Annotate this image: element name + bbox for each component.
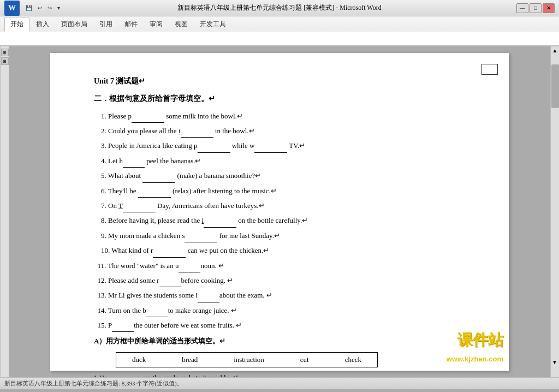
list-item: 4. Let h peel the bananas.↵ (94, 155, 465, 168)
list-item: 1.He up the apple and ate it quickly. ↵ (94, 371, 465, 377)
title-bar: W 💾 ↩ ↪ ▾ 新目标英语八年级上册第七单元综合练习题 [兼容模式] - M… (0, 0, 559, 16)
blank-8 (204, 214, 236, 227)
word-box: duck bread instruction cut check (116, 352, 378, 367)
list-item: 1. Please p some milk into the bowl.↵ (94, 110, 465, 123)
ribbon-tabs: 开始 插入 页面布局 引用 邮件 审阅 视图 开发工具 (0, 16, 559, 32)
tab-developer[interactable]: 开发工具 (194, 17, 231, 31)
list-item: 12. Please add some r before cooking. ↵ (94, 274, 465, 287)
list-item: 14. Turn on the b to make orange juice. … (94, 304, 465, 317)
redo-qa-btn[interactable]: ↪ (46, 4, 53, 11)
word-box-item-bread: bread (182, 354, 198, 366)
restore-button[interactable]: □ (530, 3, 542, 13)
side-icon-2[interactable]: ⊞ (1, 57, 9, 65)
tab-layout[interactable]: 页面布局 (56, 17, 93, 31)
list-item: 11. The word "water" is an u noun. ↵ (94, 259, 465, 272)
save-qa-btn[interactable]: 💾 (24, 4, 34, 11)
blank-5 (142, 169, 175, 182)
dropdown-qa-btn[interactable]: ▾ (56, 4, 62, 11)
toolbar-area: 开始 插入 页面布局 引用 邮件 审阅 视图 开发工具 (0, 16, 559, 46)
section1-title: 二．根据句意及所给首字母填空。↵ (94, 92, 465, 105)
tab-insert[interactable]: 插入 (31, 17, 55, 31)
blank-12 (159, 274, 181, 287)
document-area: ⊞ ⊞ Unit 7 测试题↵ 二．根据句意及所给首字母填空。↵ 1. Plea… (0, 46, 559, 377)
list-item: 5. What about (make) a banana smoothie?↵ (94, 169, 465, 182)
tab-references[interactable]: 引用 (94, 17, 118, 31)
list-item: 15. P the outer before we eat some fruit… (94, 319, 465, 332)
title-bar-controls: — □ ✕ (516, 3, 555, 13)
list-item: 6. They'll be (relax) after listening to… (94, 185, 465, 198)
blank-3a (198, 139, 230, 152)
doc-title: Unit 7 测试题↵ (94, 75, 465, 88)
status-bar: 新目标英语八年级上册第七单元综合练习题: 8,393 个字符(近似值)。 (0, 377, 559, 389)
word-box-item-duck: duck (132, 354, 146, 366)
blank-4 (123, 155, 145, 168)
undo-qa-btn[interactable]: ↩ (36, 4, 44, 11)
watermark: 课件站 www.kjzhan.com (447, 327, 503, 365)
list-item: 2. Could you please all the i in the bow… (94, 124, 465, 138)
scrollbar-thumb[interactable] (551, 64, 559, 108)
list-item: 8. Before having it, please read the i o… (94, 214, 465, 227)
watermark-text: 课件站 (457, 327, 503, 353)
list-item: 7. On T Day, Americans often have turkey… (94, 199, 465, 212)
list-item: 9. My mom made a chicken s for me last S… (94, 229, 465, 242)
blank-9 (185, 229, 217, 242)
tab-view[interactable]: 视图 (169, 17, 193, 31)
scroll-down-btn[interactable]: ▼ (550, 359, 559, 365)
section-a-title: A）用方框中所给单词的适当形式填空。↵ (94, 335, 465, 347)
blank-2 (181, 124, 213, 138)
word-logo: W (4, 1, 20, 16)
document-scroll-area: Unit 7 测试题↵ 二．根据句意及所给首字母填空。↵ 1. Please p… (9, 46, 550, 377)
tab-home[interactable]: 开始 (4, 17, 29, 32)
ribbon-content (0, 32, 559, 46)
side-icon-1[interactable]: ⊞ (1, 49, 9, 56)
tab-mailings[interactable]: 邮件 (119, 17, 143, 31)
word-box-item-cut: cut (300, 354, 309, 366)
blank-13 (198, 289, 219, 302)
word-box-item-instruction: instruction (234, 354, 264, 366)
blank-6 (138, 185, 171, 198)
sidebar-icons: ⊞ ⊞ (0, 46, 9, 377)
scroll-up-btn[interactable]: ▲ (551, 46, 559, 54)
list-item: 3. People in America like eating p while… (94, 139, 465, 152)
blank-11 (179, 259, 200, 272)
blank-1 (132, 110, 164, 123)
blank-10 (153, 244, 186, 257)
title-bar-left: W 💾 ↩ ↪ ▾ (4, 1, 62, 16)
minimize-button[interactable]: — (516, 3, 528, 13)
word-box-item-check: check (345, 354, 361, 366)
list-item: 10. What kind of r can we put on the chi… (94, 244, 465, 257)
window-title: 新目标英语八年级上册第七单元综合练习题 [兼容模式] - Microsoft W… (177, 3, 381, 13)
corner-mark (481, 64, 498, 75)
vertical-scrollbar[interactable]: ▲ ▼ (550, 46, 559, 377)
close-button[interactable]: ✕ (543, 3, 555, 13)
status-text: 新目标英语八年级上册第七单元综合练习题: 8,393 个字符(近似值)。 (4, 379, 183, 388)
blank-15 (112, 319, 134, 332)
watermark-url: www.kjzhan.com (447, 353, 503, 365)
tab-review[interactable]: 审阅 (144, 17, 168, 31)
blank-a1 (109, 371, 142, 377)
blank-3b (254, 139, 287, 152)
document-page: Unit 7 测试题↵ 二．根据句意及所给首字母填空。↵ 1. Please p… (50, 53, 509, 371)
blank-14 (146, 304, 168, 317)
list-item: 13. Mr Li gives the students some i abou… (94, 289, 465, 302)
blank-7 (123, 199, 156, 212)
